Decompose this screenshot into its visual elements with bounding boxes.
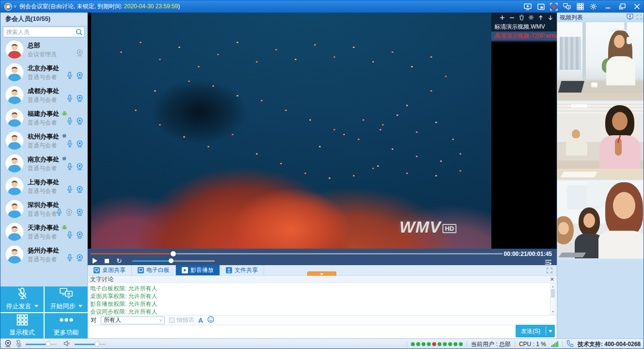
webcam-icon[interactable]: [76, 231, 83, 240]
mic-icon[interactable]: [67, 231, 73, 240]
replay-icon[interactable]: ↻: [116, 257, 122, 264]
whisper-checkbox[interactable]: [169, 317, 174, 323]
participant-row[interactable]: 上海办事处普通与会者: [0, 175, 87, 198]
move-up-icon[interactable]: [538, 15, 544, 20]
webcam-icon[interactable]: [76, 140, 83, 149]
panel-expand-icon[interactable]: [636, 14, 642, 21]
dropdown-caret-icon[interactable]: [79, 305, 82, 307]
minimize-icon[interactable]: [604, 3, 612, 11]
video-stage[interactable]: WMV HD 标清演示视频.WMV高清演示视频-720P.wmv删除: [88, 13, 557, 249]
webcam-icon[interactable]: [76, 186, 83, 195]
chat-close-icon[interactable]: ✕: [550, 276, 554, 283]
action-display-mode-button[interactable]: 显示模式: [0, 313, 44, 339]
video-feed-2[interactable]: [557, 101, 644, 180]
webcam-icon[interactable]: [76, 72, 83, 81]
video-display-icon[interactable]: [627, 14, 633, 21]
mic-icon[interactable]: [67, 186, 73, 195]
speaker-volume-slider[interactable]: [75, 344, 106, 345]
scroll-thumb[interactable]: [551, 289, 555, 298]
window-mode-icon[interactable]: [537, 3, 545, 11]
tab-whiteboard[interactable]: 电子白板: [132, 265, 176, 275]
remove-icon[interactable]: [509, 15, 515, 20]
playing-video[interactable]: WMV HD: [91, 13, 491, 249]
participant-row[interactable]: 北京办事处普通与会者: [0, 61, 87, 84]
video-feed-1[interactable]: [557, 22, 644, 101]
stop-button[interactable]: [105, 259, 109, 263]
dropdown-caret-icon[interactable]: [34, 305, 38, 307]
send-options-caret-icon[interactable]: [546, 330, 555, 333]
playlist-item[interactable]: 高清演示视频-720P.wmv删除: [491, 32, 557, 41]
record-icon[interactable]: [550, 3, 558, 11]
webcam-icon[interactable]: [76, 95, 83, 104]
chat-title: 文字讨论: [90, 276, 113, 283]
play-button[interactable]: [93, 258, 97, 264]
send-button[interactable]: 发送(S): [516, 325, 555, 337]
participant-row[interactable]: 天津办事处普通与会者: [0, 221, 87, 243]
chat-scrollbar[interactable]: ▲ ▼: [550, 284, 556, 315]
app-grid-icon[interactable]: [576, 3, 584, 11]
mic-icon[interactable]: [67, 140, 73, 149]
fullscreen-expand-icon[interactable]: [546, 267, 553, 276]
participant-row[interactable]: 南京办事处普通与会者: [0, 152, 87, 175]
tab-file-share[interactable]: 文件共享: [220, 265, 264, 275]
maximize-icon[interactable]: [618, 3, 626, 11]
mic-icon[interactable]: [67, 95, 73, 104]
seek-bar[interactable]: [91, 253, 503, 254]
participant-row[interactable]: 成都办事处普通与会者: [0, 84, 87, 107]
participant-row[interactable]: 扬州办事处普通与会者: [0, 243, 87, 266]
mic-volume-slider[interactable]: [26, 344, 57, 345]
scroll-down-icon[interactable]: ▼: [551, 309, 554, 314]
mic-icon[interactable]: [67, 163, 73, 172]
emoji-button[interactable]: [207, 316, 214, 324]
playlist-settings-icon[interactable]: [528, 15, 534, 20]
tab-media-play[interactable]: 影音播放: [176, 265, 220, 275]
webcam-icon[interactable]: [76, 163, 83, 172]
seek-handle[interactable]: [171, 251, 176, 256]
tab-desktop-share[interactable]: 桌面共享: [88, 265, 132, 275]
volume-slider[interactable]: [132, 260, 215, 262]
whisper-option[interactable]: 悄悄话: [169, 316, 194, 324]
mic-muted-icon[interactable]: [16, 340, 22, 349]
mic-icon[interactable]: [67, 254, 73, 263]
mic-volume-handle[interactable]: [46, 341, 51, 347]
volume-handle[interactable]: [169, 258, 173, 263]
mic-icon[interactable]: [67, 117, 73, 127]
webcam-icon[interactable]: [76, 117, 83, 127]
screen-share-icon[interactable]: [524, 3, 532, 11]
close-icon[interactable]: [633, 3, 641, 11]
settings-icon[interactable]: [589, 3, 597, 11]
menu-chevron-icon[interactable]: ˅: [14, 4, 16, 9]
recipient-select[interactable]: 所有人 ˅: [101, 317, 165, 324]
mic-icon[interactable]: [56, 208, 62, 218]
chat-collapse-handle[interactable]: [307, 271, 336, 276]
action-start-sync-button[interactable]: 开始同步: [45, 286, 88, 312]
playlist-item[interactable]: 标清演示视频.WMV: [491, 22, 557, 32]
mic-icon[interactable]: [67, 72, 73, 81]
action-more-features-button[interactable]: 更多功能: [45, 313, 88, 339]
speaker-icon[interactable]: [63, 340, 71, 348]
delete-icon[interactable]: [518, 15, 524, 20]
font-style-button[interactable]: A: [198, 317, 203, 324]
action-stop-speaking-button[interactable]: 停止发言: [0, 286, 44, 312]
local-webcam-icon[interactable]: [4, 340, 12, 349]
participant-row[interactable]: 深圳办事处普通与会者: [0, 198, 87, 221]
webcam-icon[interactable]: [76, 254, 83, 263]
participant-row[interactable]: 总部会议管理员: [0, 38, 87, 61]
move-down-icon[interactable]: [548, 15, 553, 20]
participant-row[interactable]: 杭州办事处普通与会者: [0, 129, 87, 152]
participant-role: 普通与会者: [28, 233, 57, 241]
network-cast-icon[interactable]: [563, 3, 571, 11]
search-input[interactable]: [3, 27, 84, 37]
participant-name: 杭州办事处: [28, 132, 59, 141]
webcam-off-icon[interactable]: [76, 49, 83, 58]
participant-row[interactable]: 福建办事处普通与会者: [0, 107, 87, 129]
scroll-up-icon[interactable]: ▲: [551, 284, 554, 289]
speaker-volume-handle[interactable]: [94, 341, 100, 347]
message-input[interactable]: [88, 326, 557, 338]
add-icon[interactable]: [499, 15, 505, 20]
search-icon[interactable]: [76, 29, 83, 38]
status-dot: [459, 342, 463, 346]
webcam-icon[interactable]: [76, 208, 83, 218]
webcam-off-icon[interactable]: [65, 208, 73, 218]
video-feed-3[interactable]: [557, 180, 644, 259]
